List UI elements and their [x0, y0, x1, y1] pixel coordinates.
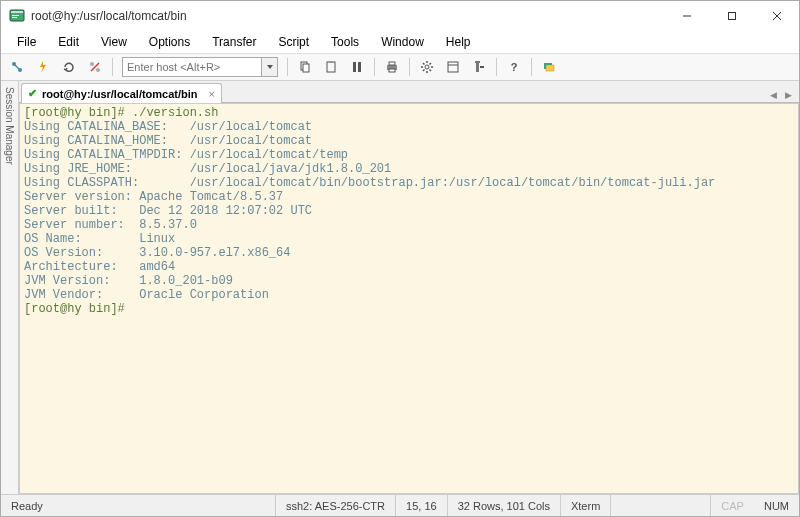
separator [496, 58, 497, 76]
tab-label: root@hy:/usr/local/tomcat/bin [42, 88, 198, 100]
svg-rect-34 [476, 62, 479, 72]
quick-connect-icon[interactable] [31, 56, 55, 78]
status-ready: Ready [1, 495, 276, 516]
paste-icon[interactable] [319, 56, 343, 78]
window-title: root@hy:/usr/local/tomcat/bin [31, 9, 187, 23]
svg-rect-16 [327, 62, 335, 72]
tab-next-icon[interactable]: ▶ [782, 88, 795, 102]
terminal-line: Server built: Dec 12 2018 12:07:02 UTC [24, 204, 794, 218]
session-manager-label: Session Manager [4, 87, 15, 165]
status-term: Xterm [561, 495, 611, 516]
separator [287, 58, 288, 76]
menu-help[interactable]: Help [436, 33, 481, 51]
session-tab[interactable]: ✔ root@hy:/usr/local/tomcat/bin × [21, 83, 222, 103]
connect-icon[interactable] [5, 56, 29, 78]
menu-window[interactable]: Window [371, 33, 434, 51]
svg-rect-21 [389, 62, 395, 65]
svg-rect-17 [329, 61, 333, 63]
terminal-line: JVM Version: 1.8.0_201-b09 [24, 274, 794, 288]
menu-transfer[interactable]: Transfer [202, 33, 266, 51]
terminal-line: [root@hy bin]# [24, 302, 794, 316]
print-icon[interactable] [380, 56, 404, 78]
separator [374, 58, 375, 76]
status-spacer [611, 495, 711, 516]
status-size: 32 Rows, 101 Cols [448, 495, 561, 516]
tab-nav: ◀ ▶ [767, 88, 799, 102]
host-input[interactable] [122, 57, 262, 77]
terminal-line: [root@hy bin]# ./version.sh [24, 106, 794, 120]
svg-rect-39 [546, 65, 554, 71]
svg-rect-18 [353, 62, 356, 72]
terminal-line: JVM Vendor: Oracle Corporation [24, 288, 794, 302]
svg-rect-36 [480, 66, 484, 68]
status-cap: CAP [711, 495, 754, 516]
window-controls [664, 1, 799, 31]
titlebar: root@hy:/usr/local/tomcat/bin [1, 1, 799, 31]
svg-rect-19 [358, 62, 361, 72]
toolbar-overflow-icon[interactable] [537, 56, 561, 78]
connected-icon: ✔ [28, 87, 37, 100]
settings-icon[interactable] [415, 56, 439, 78]
menu-script[interactable]: Script [268, 33, 319, 51]
tabstrip: ✔ root@hy:/usr/local/tomcat/bin × ◀ ▶ [19, 81, 799, 103]
tab-prev-icon[interactable]: ◀ [767, 88, 780, 102]
reconnect-icon[interactable] [57, 56, 81, 78]
session-manager-panel[interactable]: Session Manager [1, 81, 19, 494]
separator [531, 58, 532, 76]
terminal-line: Using CLASSPATH: /usr/local/tomcat/bin/b… [24, 176, 794, 190]
svg-line-29 [430, 70, 432, 72]
app-icon [9, 8, 25, 24]
close-button[interactable] [754, 1, 799, 31]
svg-rect-3 [12, 17, 17, 18]
maximize-button[interactable] [709, 1, 754, 31]
find-icon[interactable] [345, 56, 369, 78]
terminal-line: Architecture: amd64 [24, 260, 794, 274]
status-cursor-pos: 15, 16 [396, 495, 448, 516]
menu-tools[interactable]: Tools [321, 33, 369, 51]
toolbar: ? [1, 53, 799, 81]
main-area: ✔ root@hy:/usr/local/tomcat/bin × ◀ ▶ [r… [19, 81, 799, 494]
status-num: NUM [754, 495, 799, 516]
svg-rect-22 [389, 69, 395, 72]
svg-point-23 [425, 65, 429, 69]
svg-point-11 [90, 62, 94, 66]
menu-edit[interactable]: Edit [48, 33, 89, 51]
terminal-line: OS Name: Linux [24, 232, 794, 246]
menu-options[interactable]: Options [139, 33, 200, 51]
terminal-line: Using CATALINA_TMPDIR: /usr/local/tomcat… [24, 148, 794, 162]
svg-rect-2 [12, 15, 19, 16]
disconnect-icon[interactable] [83, 56, 107, 78]
svg-line-30 [423, 70, 425, 72]
terminal-line: OS Version: 3.10.0-957.el7.x86_64 [24, 246, 794, 260]
terminal-line: Using CATALINA_HOME: /usr/local/tomcat [24, 134, 794, 148]
separator [409, 58, 410, 76]
menu-view[interactable]: View [91, 33, 137, 51]
terminal-line: Server number: 8.5.37.0 [24, 218, 794, 232]
tab-close-icon[interactable]: × [209, 88, 215, 100]
svg-point-12 [96, 68, 100, 72]
content-area: Session Manager ✔ root@hy:/usr/local/tom… [1, 81, 799, 494]
host-dropdown[interactable] [262, 57, 278, 77]
terminal-line: Server version: Apache Tomcat/8.5.37 [24, 190, 794, 204]
svg-rect-5 [728, 13, 735, 20]
session-options-icon[interactable] [441, 56, 465, 78]
separator [112, 58, 113, 76]
keymap-icon[interactable] [467, 56, 491, 78]
svg-line-28 [423, 63, 425, 65]
help-icon[interactable]: ? [502, 56, 526, 78]
terminal-line: Using CATALINA_BASE: /usr/local/tomcat [24, 120, 794, 134]
menu-file[interactable]: File [7, 33, 46, 51]
svg-rect-32 [448, 62, 458, 72]
host-entry [122, 57, 278, 77]
menubar: File Edit View Options Transfer Script T… [1, 31, 799, 53]
copy-icon[interactable] [293, 56, 317, 78]
svg-rect-15 [303, 64, 309, 72]
svg-line-31 [430, 63, 432, 65]
statusbar: Ready ssh2: AES-256-CTR 15, 16 32 Rows, … [1, 494, 799, 516]
svg-rect-35 [475, 61, 480, 63]
terminal-line: Using JRE_HOME: /usr/local/java/jdk1.8.0… [24, 162, 794, 176]
window-title-wrap: root@hy:/usr/local/tomcat/bin [9, 8, 664, 24]
minimize-button[interactable] [664, 1, 709, 31]
terminal[interactable]: [root@hy bin]# ./version.shUsing CATALIN… [19, 103, 799, 494]
svg-text:?: ? [511, 61, 518, 73]
